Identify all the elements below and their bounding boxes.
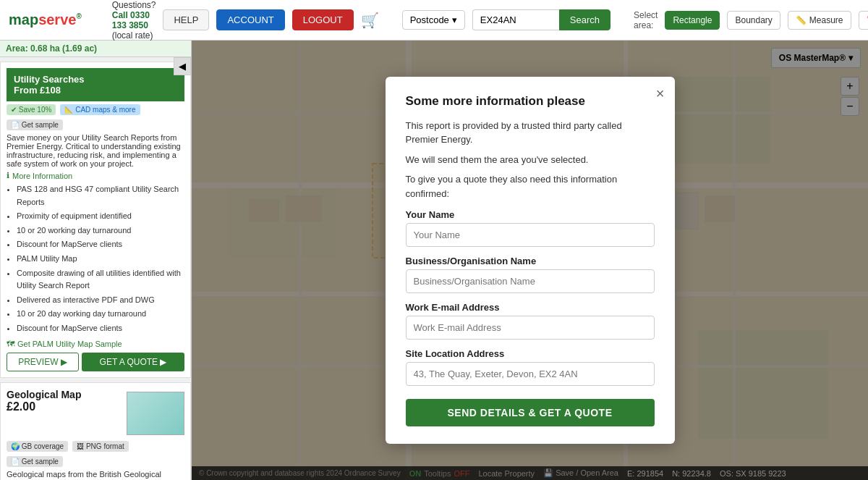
search-button[interactable]: Search	[559, 9, 610, 30]
card1-tag-sample: 📄 Get sample	[7, 119, 63, 130]
chevron-down-icon: ▾	[452, 14, 457, 25]
card1-tag-save: ✔ Save 10%	[7, 104, 56, 115]
card1-title: Utility Searches	[14, 74, 177, 85]
card1-preview-button[interactable]: PREVIEW ▶	[7, 353, 79, 371]
site-location-label: Site Location Address	[406, 348, 655, 359]
rectangle-tool-button[interactable]: Rectangle	[665, 11, 720, 30]
business-name-input[interactable]	[406, 269, 655, 293]
ruler-icon: 📏	[796, 15, 807, 25]
topbar: mapserve® Questions? Call 0330 133 3850 …	[0, 0, 868, 41]
card1-features-list: PAS 128 and HSG 47 compliant Utility Sea…	[7, 183, 184, 335]
list-item: PAS 128 and HSG 47 compliant Utility Sea…	[17, 183, 184, 209]
utility-searches-header: Utility Searches From £108	[7, 68, 184, 101]
search-input[interactable]	[472, 9, 559, 30]
card1-tag-cad: 📐 CAD maps & more	[60, 104, 140, 115]
account-button[interactable]: ACCOUNT	[216, 9, 284, 30]
map-area[interactable]: OS MasterMap® ▾ + − © Crown copyright an…	[192, 41, 868, 480]
your-name-input[interactable]	[406, 223, 655, 247]
logo-text: mapserve®	[9, 12, 82, 28]
list-item: Proximity of equipment identified	[17, 210, 184, 223]
modal-text1: This report is provided by a trusted thi…	[406, 119, 655, 147]
modal-text3: To give you a quote they also need this …	[406, 172, 655, 201]
card2-tag-coverage: 🌍 GB coverage	[7, 441, 68, 452]
search-box: Search	[472, 9, 610, 30]
modal-title: Some more information please	[406, 94, 655, 109]
phone-area: Questions? Call 0330 133 3850 (local rat…	[112, 0, 156, 41]
card1-get-quote-button[interactable]: GET A QUOTE ▶	[82, 353, 184, 371]
card1-description: Save money on your Utility Search Report…	[7, 133, 184, 168]
site-location-input[interactable]	[406, 362, 655, 386]
modal-close-button[interactable]: ×	[656, 85, 665, 102]
get-palm-map-link[interactable]: 🗺 Get PALM Utility Map Sample	[7, 340, 184, 348]
card2-price: £2.00	[7, 400, 81, 413]
sidebar-collapse-button[interactable]: ◀	[174, 57, 191, 75]
info-icon: ℹ	[7, 171, 9, 180]
card2-thumbnail	[127, 392, 184, 435]
list-item: Discount for MapServe clients	[17, 238, 184, 251]
utility-searches-card: Utility Searches From £108 ✔ Save 10% 📐 …	[0, 62, 191, 378]
card2-description: Geological maps from the British Geologi…	[7, 470, 184, 480]
modal-overlay: × Some more information please This repo…	[192, 41, 868, 480]
modal-text2: We will send them the area you've select…	[406, 153, 655, 167]
list-item: 10 or 20 day working day turnaround	[17, 308, 184, 321]
logo-area: mapserve®	[9, 12, 82, 28]
list-item: PALM Utility Map	[17, 253, 184, 266]
card2-tags: 🌍 GB coverage 🖼 PNG format 📄 Get sample	[7, 441, 184, 467]
submit-button[interactable]: SEND DETAILS & GET A QUOTE	[406, 399, 655, 426]
email-input[interactable]	[406, 316, 655, 340]
card1-more-info[interactable]: ℹ More Information	[7, 171, 184, 180]
area-info: Area: 0.68 ha (1.69 ac)	[0, 41, 191, 57]
sidebar: Area: 0.68 ha (1.69 ac) ◀ Utility Search…	[0, 41, 192, 480]
business-name-label: Business/Organisation Name	[406, 256, 655, 266]
list-item: Composite drawing of all utilities ident…	[17, 267, 184, 292]
card2-title: Geological Map	[7, 389, 81, 400]
card1-subtitle: From £108	[14, 85, 177, 96]
questions-label: Questions?	[112, 0, 156, 10]
phone-rate: (local rate)	[112, 30, 153, 41]
main-layout: Area: 0.68 ha (1.69 ac) ◀ Utility Search…	[0, 41, 868, 480]
card2-tag-format: 🖼 PNG format	[72, 441, 129, 452]
map-icon: 🗺	[7, 340, 14, 348]
logout-button[interactable]: LOGOUT	[292, 9, 354, 30]
boundary-tool-button[interactable]: Boundary	[727, 11, 780, 30]
postcode-select[interactable]: Postcode ▾	[402, 10, 465, 30]
help-button[interactable]: HELP	[163, 9, 209, 30]
select-area-label: Select area:	[634, 10, 658, 30]
card1-button-row: PREVIEW ▶ GET A QUOTE ▶	[7, 353, 184, 371]
card2-tag-sample: 📄 Get sample	[7, 456, 63, 467]
basket-icon[interactable]: 🛒	[361, 12, 379, 29]
draw-line-tool-button[interactable]: ✏️ Draw Line ▾	[859, 11, 868, 30]
list-item: Discount for MapServe clients	[17, 322, 184, 335]
measure-tool-button[interactable]: 📏 Measure	[788, 11, 851, 30]
geological-map-card: Geological Map £2.00 🌍 GB coverage 🖼 PNG…	[0, 382, 191, 480]
list-item: Delivered as interactive PDF and DWG	[17, 294, 184, 307]
list-item: 10 or 20 working day turnaround	[17, 224, 184, 237]
card1-tags: ✔ Save 10% 📐 CAD maps & more 📄 Get sampl…	[7, 104, 184, 130]
email-label: Work E-mail Address	[406, 302, 655, 313]
your-name-label: Your Name	[406, 209, 655, 220]
phone-link[interactable]: Call 0330 133 3850	[112, 10, 150, 30]
modal-dialog: × Some more information please This repo…	[386, 77, 675, 445]
postcode-label: Postcode	[410, 14, 449, 25]
